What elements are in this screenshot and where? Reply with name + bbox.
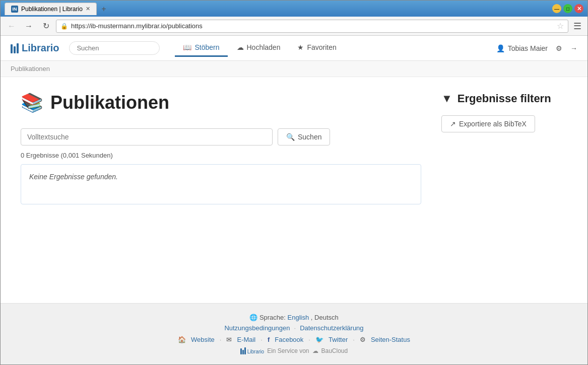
header-nav: 📖 Stöbern ☁ Hochladen ★ Favoriten	[175, 39, 344, 57]
footer-brand-text: Ein Service von	[267, 347, 309, 354]
user-area: 👤 Tobias Maier	[496, 44, 548, 52]
title-bar-left: IN Publikationen | Librario ✕ +	[5, 3, 111, 15]
logo-bar-3	[17, 43, 19, 53]
language-line: 🌐 Sprache: English , Deutsch	[11, 314, 577, 321]
left-col: 📚 Publikationen 🔍 Suchen 0 Ergebnisse (0…	[21, 92, 421, 288]
nav-item-hochladen[interactable]: ☁ Hochladen	[229, 39, 289, 57]
logo-bar-1	[11, 44, 13, 53]
footer-social: 🏠 Website · ✉ E-Mail · f Facebook · 🐦 Tw…	[11, 336, 577, 343]
stoebern-icon: 📖	[183, 43, 191, 51]
fulltext-search-input[interactable]	[21, 128, 273, 145]
footer-logo-bar-2	[242, 350, 244, 354]
footer-brand: Librario Ein Service von ☁ BauCloud	[11, 347, 577, 354]
language-label: 🌐	[249, 314, 259, 321]
user-icon: 👤	[496, 44, 505, 52]
user-name: Tobias Maier	[508, 44, 548, 52]
email-link[interactable]: E-Mail	[237, 336, 255, 343]
new-tab-button[interactable]: +	[97, 3, 111, 15]
nutzungsbedingungen-link[interactable]: Nutzungsbedingungen	[224, 324, 290, 332]
footer-librario-text: Librario	[247, 349, 264, 354]
nav-item-stoebern[interactable]: 📖 Stöbern	[175, 39, 227, 57]
search-icon: 🔍	[286, 133, 295, 141]
bookmark-icon[interactable]: ☆	[557, 21, 564, 31]
page-title: Publikationen	[50, 92, 169, 113]
footer: 🌐 Sprache: English , Deutsch Nutzungsbed…	[1, 303, 587, 364]
nav-bar: ← → ↻ 🔒 ☆ ☰	[1, 17, 587, 36]
back-button[interactable]: ←	[5, 19, 19, 33]
nav-item-favoriten-label: Favoriten	[307, 43, 336, 51]
footer-baucloud-icon: ☁	[312, 347, 318, 354]
breadcrumb-text: Publikationen	[11, 65, 50, 72]
main-content: 📚 Publikationen 🔍 Suchen 0 Ergebnisse (0…	[1, 77, 587, 303]
datenschutzerklaerung-link[interactable]: Datenschutzerklärung	[300, 324, 363, 332]
tab-title: Publikationen | Librario	[21, 6, 83, 13]
active-tab[interactable]: IN Publikationen | Librario ✕	[5, 3, 97, 15]
footer-links: Nutzungsbedingungen · Datenschutzerkläru…	[11, 324, 577, 332]
social-sep-2: ·	[260, 336, 263, 343]
filter-icon: ▼	[441, 92, 452, 105]
address-bar-wrap: 🔒 ☆	[56, 20, 568, 33]
social-email-icon: ✉	[226, 336, 232, 343]
filter-heading-text: Ergebnisse filtern	[458, 92, 551, 105]
breadcrumb: Publikationen	[1, 61, 587, 77]
no-results-text: Keine Ergebnisse gefunden.	[29, 173, 118, 181]
export-icon: ↗	[450, 120, 456, 128]
page-title-icon: 📚	[21, 92, 43, 113]
lock-icon: 🔒	[60, 23, 68, 30]
logo-icon	[11, 43, 19, 53]
twitter-link[interactable]: Twitter	[329, 336, 348, 343]
browser-menu-button[interactable]: ☰	[571, 21, 583, 32]
right-col: ▼ Ergebnisse filtern ↗ Exportiere als Bi…	[441, 92, 567, 288]
export-bibtex-button[interactable]: ↗ Exportiere als BibTeX	[441, 115, 535, 132]
social-sep-3: ·	[308, 336, 310, 343]
footer-logo-bar-3	[244, 347, 246, 354]
app-header: Librario 📖 Stöbern ☁ Hochladen ★ Favorit…	[1, 36, 587, 61]
website-link[interactable]: Website	[191, 336, 215, 343]
close-button[interactable]: ✕	[574, 4, 583, 13]
footer-logo-bar-1	[240, 348, 242, 354]
tab-favicon: IN	[11, 6, 18, 13]
facebook-link[interactable]: Facebook	[275, 336, 303, 343]
search-row: 🔍 Suchen	[21, 128, 421, 145]
logo-bar-2	[14, 46, 16, 53]
page-content: Librario 📖 Stöbern ☁ Hochladen ★ Favorit…	[1, 36, 587, 364]
tab-close-button[interactable]: ✕	[86, 6, 90, 12]
language-separator: ,	[311, 314, 314, 321]
social-status-icon: ⚙	[360, 336, 366, 343]
nav-item-favoriten[interactable]: ★ Favoriten	[289, 39, 344, 57]
nav-item-stoebern-label: Stöbern	[194, 43, 219, 51]
page-title-area: 📚 Publikationen	[21, 92, 421, 113]
social-sep-1: ·	[220, 336, 222, 343]
browser-frame: IN Publikationen | Librario ✕ + — □ ✕ ← …	[0, 0, 588, 365]
nav-item-hochladen-label: Hochladen	[247, 43, 281, 51]
results-box: Keine Ergebnisse gefunden.	[21, 164, 421, 204]
language-deutsch-text: Deutsch	[314, 314, 339, 321]
reload-button[interactable]: ↻	[39, 19, 53, 33]
footer-logo: Librario	[240, 347, 264, 354]
address-bar[interactable]	[71, 22, 554, 30]
favoriten-icon: ★	[297, 43, 304, 51]
filter-heading: ▼ Ergebnisse filtern	[441, 92, 567, 105]
social-twitter-icon: 🐦	[315, 336, 323, 343]
hochladen-icon: ☁	[237, 43, 244, 51]
language-english-link[interactable]: English	[288, 314, 309, 321]
social-facebook-icon: f	[268, 336, 270, 343]
window-controls: — □ ✕	[552, 4, 583, 13]
header-search-input[interactable]	[69, 41, 160, 55]
settings-icon[interactable]: ⚙	[556, 44, 562, 52]
links-separator: ·	[294, 324, 296, 332]
search-button-label: Suchen	[298, 133, 321, 141]
results-count-text: 0 Ergebnisse (0,001 Sekunden)	[21, 152, 113, 159]
logo-area: Librario	[11, 42, 59, 54]
title-bar: IN Publikationen | Librario ✕ + — □ ✕	[1, 1, 587, 17]
seiten-status-link[interactable]: Seiten-Status	[371, 336, 410, 343]
minimize-button[interactable]: —	[552, 4, 561, 13]
header-right: 👤 Tobias Maier ⚙ →	[496, 44, 577, 52]
tab-area: IN Publikationen | Librario ✕ +	[5, 3, 111, 15]
language-static-label: Sprache:	[259, 314, 286, 321]
search-button[interactable]: 🔍 Suchen	[278, 128, 330, 145]
maximize-button[interactable]: □	[563, 4, 572, 13]
export-button-label: Exportiere als BibTeX	[459, 120, 527, 128]
logout-icon[interactable]: →	[570, 44, 577, 52]
forward-button[interactable]: →	[22, 19, 36, 33]
